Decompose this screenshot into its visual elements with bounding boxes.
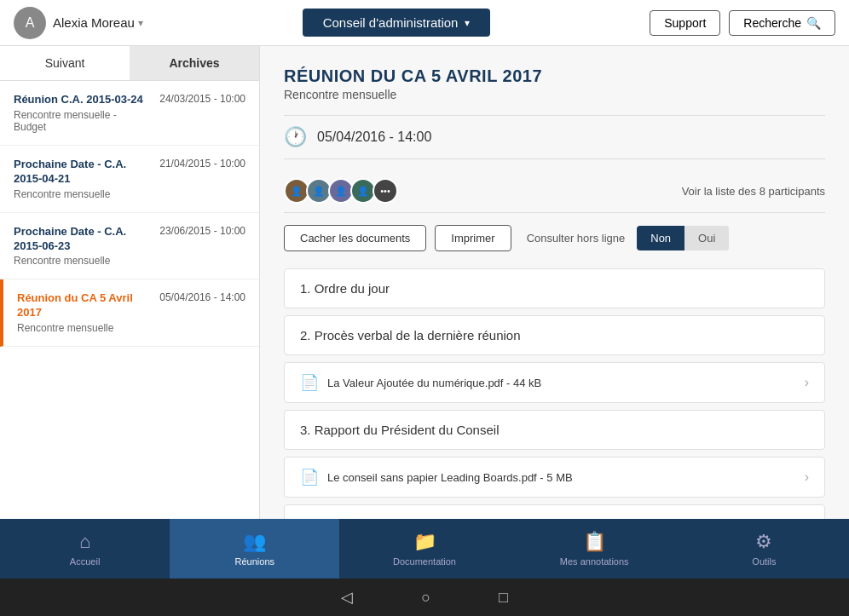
- top-header: A Alexia Moreau ▾ Conseil d'administrati…: [0, 0, 849, 46]
- sidebar-list: Réunion C.A. 2015-03-24 Rencontre mensue…: [0, 81, 259, 519]
- chevron-right-icon: ›: [805, 469, 809, 485]
- home-icon: ⌂: [79, 531, 90, 553]
- sidebar: Suivant Archives Réunion C.A. 2015-03-24…: [0, 46, 260, 519]
- tools-icon: ⚙: [755, 531, 772, 553]
- datetime-row: 🕐 05/04/2016 - 14:00: [284, 115, 825, 159]
- meeting-title: RÉUNION DU CA 5 AVRIL 2017: [284, 66, 825, 86]
- annotations-icon: 📋: [583, 531, 606, 553]
- conseil-chevron-icon: ▾: [465, 17, 470, 29]
- section-item: 2. Procès verbal de la dernière réunion: [284, 315, 825, 355]
- header-right: Support Recherche 🔍: [650, 10, 835, 36]
- main-content: Suivant Archives Réunion C.A. 2015-03-24…: [0, 46, 849, 519]
- doc-name: Le conseil sans papier Leading Boards.pd…: [327, 471, 573, 484]
- consulter-label: Consulter hors ligne: [527, 232, 626, 245]
- list-item[interactable]: Réunion C.A. 2015-03-24 Rencontre mensue…: [0, 81, 259, 146]
- avatar-group: 👤 👤 👤 👤 •••: [284, 178, 395, 204]
- header-center: Conseil d'administration ▾: [143, 9, 650, 37]
- action-row: Cacher les documents Imprimer Consulter …: [284, 225, 825, 251]
- nav-reunions[interactable]: 👥 Réunions: [170, 519, 339, 579]
- participants-row: 👤 👤 👤 👤 ••• Voir la liste des 8 particip…: [284, 170, 825, 213]
- list-item-active[interactable]: Réunion du CA 5 Avril 2017 Rencontre men…: [0, 279, 259, 347]
- android-nav: ◁ ○ □: [0, 579, 849, 616]
- reunions-icon: 👥: [243, 531, 266, 553]
- nav-documentation[interactable]: 📁 Documentation: [339, 519, 509, 579]
- toggle-oui-button[interactable]: Oui: [684, 226, 729, 250]
- tab-archives[interactable]: Archives: [130, 46, 259, 80]
- search-button[interactable]: Recherche 🔍: [729, 10, 835, 36]
- clock-icon: 🕐: [284, 126, 307, 148]
- list-item[interactable]: Prochaine Date - C.A. 2015-04-21 Rencont…: [0, 146, 259, 213]
- hide-docs-button[interactable]: Cacher les documents: [284, 225, 426, 251]
- section-item: 1. Ordre du jour: [284, 268, 825, 308]
- participants-link[interactable]: Voir la liste des 8 participants: [682, 185, 825, 198]
- doc-name: La Valeur Ajoutée du numérique.pdf - 44 …: [327, 377, 541, 389]
- android-home-button[interactable]: ○: [421, 589, 430, 607]
- android-back-button[interactable]: ◁: [341, 588, 353, 607]
- user-name: Alexia Moreau: [53, 15, 135, 30]
- pdf-icon: 📄: [300, 373, 319, 392]
- bottom-nav: ⌂ Accueil 👥 Réunions 📁 Documentation 📋 M…: [0, 519, 849, 579]
- user-avatar: A: [14, 7, 46, 39]
- main-panel: RÉUNION DU CA 5 AVRIL 2017 Rencontre men…: [260, 46, 849, 519]
- nav-outils[interactable]: ⚙ Outils: [679, 519, 849, 579]
- pdf-icon: 📄: [300, 468, 319, 486]
- nav-accueil[interactable]: ⌂ Accueil: [0, 519, 170, 579]
- search-icon: 🔍: [806, 16, 821, 30]
- list-item[interactable]: Prochaine Date - C.A. 2015-06-23 Rencont…: [0, 213, 259, 280]
- section-item: 3.1. Comité Légal: [284, 504, 825, 519]
- print-button[interactable]: Imprimer: [435, 225, 511, 251]
- toggle-non-button[interactable]: Non: [637, 226, 684, 250]
- section-item: 3. Rapport du Président du Conseil: [284, 410, 825, 450]
- avatar-more: •••: [373, 178, 398, 204]
- offline-toggle[interactable]: Non Oui: [637, 226, 729, 250]
- sidebar-tabs: Suivant Archives: [0, 46, 259, 81]
- meeting-subtitle: Rencontre mensuelle: [284, 88, 825, 101]
- support-button[interactable]: Support: [650, 10, 720, 36]
- document-row[interactable]: 📄 Le conseil sans papier Leading Boards.…: [284, 457, 825, 498]
- android-recents-button[interactable]: □: [499, 589, 508, 607]
- chevron-right-icon: ›: [805, 375, 809, 390]
- document-row[interactable]: 📄 La Valeur Ajoutée du numérique.pdf - 4…: [284, 362, 825, 403]
- tab-suivant[interactable]: Suivant: [0, 46, 130, 80]
- meeting-datetime: 05/04/2016 - 14:00: [317, 130, 431, 145]
- conseil-button[interactable]: Conseil d'administration ▾: [303, 9, 491, 37]
- folder-icon: 📁: [413, 531, 436, 553]
- nav-annotations[interactable]: 📋 Mes annotations: [510, 519, 679, 579]
